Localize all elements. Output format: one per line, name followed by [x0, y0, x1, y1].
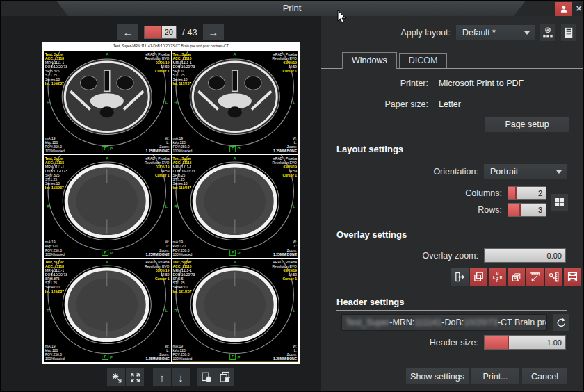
rows-value: 3	[538, 206, 542, 214]
copy-frames-icon	[473, 271, 485, 283]
printer-label: Printer:	[321, 79, 428, 88]
preview-cell[interactable]: Test, Super ACC: 11118 MRN:1111-1 DOB:10…	[172, 259, 299, 362]
apply-layout-select[interactable]: Default *	[456, 25, 535, 40]
overlay-cursor-label: Cursor 1	[145, 173, 170, 177]
close-button[interactable]: ×	[573, 1, 584, 16]
save-layout-button[interactable]	[540, 24, 555, 41]
rows-row: Rows: 3	[478, 203, 546, 217]
overlay-frames-toggle-button[interactable]	[470, 268, 487, 286]
show-settings-button[interactable]: Show settings	[406, 368, 469, 384]
print-dialog: Print × ← 20 / 43 → Test, Super-MRN:1111…	[0, 0, 584, 392]
overlay-zoom-label: Overlay zoom:	[422, 251, 478, 261]
columns-slider[interactable]: 2	[508, 186, 546, 200]
reset-header-button[interactable]	[553, 314, 569, 331]
move-page-down-button[interactable]: ↓	[172, 368, 190, 386]
footer-divider	[326, 364, 578, 364]
rows-slider[interactable]: 3	[508, 203, 546, 217]
page-number-spinner[interactable]: 20	[144, 26, 177, 39]
svg-text:H: H	[496, 272, 499, 275]
orientation-marker-left: L	[165, 204, 168, 209]
preview-cell[interactable]: Test, Super ACC: 11118 MRN:1111-1 DOB:10…	[172, 51, 299, 154]
orientation-marker-foot: F	[102, 354, 108, 360]
overlay-zoom-row: Overlay zoom: 0.00	[422, 248, 566, 263]
page-total-label: / 43	[182, 27, 197, 38]
overlay-zoom-slider[interactable]: 0.00	[484, 248, 566, 263]
remote-support-button[interactable]	[555, 2, 572, 16]
overlay-image-number: Im: 120/237	[45, 289, 67, 293]
paper-size-value: Letter	[439, 99, 461, 109]
columns-row: Columns: 2	[465, 186, 546, 200]
tab-windows[interactable]: Windows	[342, 52, 397, 69]
delete-all-pages-button[interactable]	[216, 368, 234, 386]
add-layout-icon	[542, 26, 554, 40]
header-settings-title: Header settings	[336, 297, 405, 307]
grid-toggle-button[interactable]	[564, 268, 581, 286]
tab-dicom[interactable]: DICOM	[399, 53, 448, 68]
header-size-slider[interactable]: 1.00	[484, 335, 566, 350]
layout-list-button[interactable]	[561, 24, 576, 41]
cell-overlay-bottom-left: mA:19 kVp:120 FOV:250.0 100%loaded	[173, 136, 193, 153]
titlebar[interactable]: Print ×	[1, 1, 583, 16]
grid-icon	[553, 196, 566, 209]
cancel-button[interactable]: Cancel	[522, 368, 567, 384]
apply-layout-value: Default *	[462, 28, 496, 38]
previous-page-button[interactable]: ←	[117, 24, 138, 40]
measurements-toggle-button[interactable]	[545, 268, 562, 286]
preview-cell[interactable]: Test, Super ACC: 11118 MRN:1111-1 DOB:10…	[44, 51, 171, 154]
orientation-cube-toggle-button[interactable]: R	[508, 268, 525, 286]
scale-ruler-icon	[529, 271, 541, 283]
overlay-date: 03/05/19	[272, 60, 297, 65]
header-size-row: Header size: 1.00	[430, 335, 566, 350]
overlay-cursor-label: Cursor 1	[145, 69, 170, 73]
overlay-cursor-label: Cursor 1	[272, 69, 297, 73]
next-page-button[interactable]: →	[203, 24, 224, 40]
preview-cell[interactable]: Test, Super ACC: 11118 MRN:1111-1 DOB:10…	[44, 259, 171, 362]
overlay-facility: eRAD - Prueba	[272, 156, 297, 161]
chevron-down-icon	[556, 170, 562, 174]
orientation-markers-toggle-button[interactable]: HL+RF	[489, 268, 506, 286]
cell-overlay-bottom-left: mA:19 kVp:120 FOV:250.0 100%loaded	[45, 344, 65, 361]
orientation-select[interactable]: Portrait	[484, 164, 567, 179]
preview-cell[interactable]: Test, Super ACC: 11118 MRN:1111-1 DOB:10…	[44, 155, 171, 259]
fit-preview-button[interactable]	[126, 368, 144, 386]
header-size-value: 1.00	[547, 338, 562, 347]
settings-panel: Apply layout: Default * Windows DICOM Pr…	[321, 16, 583, 391]
overlay-date: 03/05/19	[272, 268, 297, 272]
svg-text:L: L	[493, 275, 495, 279]
arrow-down-icon: ↓	[178, 372, 184, 384]
overlay-text-toggle-button[interactable]	[451, 268, 469, 286]
orientation-label: Orientation:	[433, 167, 478, 177]
cell-overlay-top-right: eRAD - Prueba Revolution EVO 03/05/19 14…	[145, 156, 170, 177]
move-page-up-button[interactable]: ↑	[153, 368, 171, 386]
grid-layout-button[interactable]	[551, 194, 568, 211]
auto-adjust-icon	[111, 372, 122, 384]
overlay-dob: DOB:10/20/73	[45, 65, 67, 69]
overlay-preset: 1.25MM BONE	[146, 357, 170, 361]
print-button[interactable]: Print...	[471, 368, 519, 384]
orientation-marker-foot: F	[229, 354, 236, 360]
auto-adjust-button[interactable]	[107, 368, 125, 386]
footer-buttons: Show settings Print... Cancel	[406, 368, 567, 384]
arrow-right-icon: →	[208, 26, 218, 38]
overlay-patient-name: Test, Super	[45, 156, 67, 161]
delete-page-button[interactable]	[197, 368, 216, 386]
page-setup-button[interactable]: Page setup	[485, 117, 569, 132]
overlay-date: 03/05/19	[145, 165, 170, 169]
header-size-slider-fill	[485, 336, 509, 349]
orientation-marker-foot: F	[102, 146, 108, 152]
window-title: Print	[1, 3, 583, 13]
cell-overlay-top-right: eRAD - Prueba Revolution EVO 03/05/19 14…	[272, 156, 297, 177]
mouse-cursor	[337, 10, 348, 24]
overlay-loaded: 100%loaded	[173, 252, 193, 256]
orientation-marker-posterior: F P	[229, 354, 241, 360]
overlay-settings-title: Overlay settings	[336, 229, 407, 240]
cell-overlay-top-right: eRAD - Prueba Revolution EVO 03/05/19 14…	[272, 260, 297, 281]
apply-layout-label: Apply layout:	[400, 28, 451, 38]
header-text-input[interactable]: Test_Super-MRN:111141-DoB:10/20/73-CT Br…	[341, 314, 547, 331]
scale-ruler-toggle-button[interactable]	[526, 268, 544, 286]
overlay-preset: 1.25MM BONE	[273, 149, 297, 153]
overlay-preset: 1.25MM BONE	[146, 149, 170, 153]
orientation-marker-left: L	[293, 309, 295, 313]
preview-cell[interactable]: Test, Super ACC: 11118 MRN:1111-1 DOB:10…	[172, 155, 299, 259]
overlay-image-number: Im: 119/237	[173, 186, 195, 190]
